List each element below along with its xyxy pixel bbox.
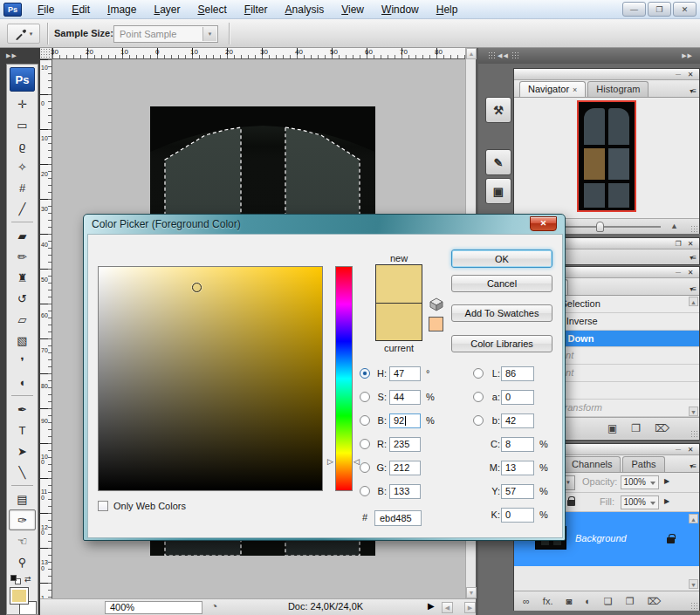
navigator-proxy-view[interactable] bbox=[577, 100, 636, 212]
lasso-tool[interactable]: ϱ bbox=[7, 135, 38, 156]
panel-close-button[interactable]: ✕ bbox=[685, 268, 696, 277]
tool-presets-panel-icon[interactable]: ⚒ bbox=[485, 97, 511, 123]
menu-image[interactable]: Image bbox=[99, 2, 145, 17]
new-action-icon[interactable]: ❐ bbox=[631, 422, 641, 434]
panel-close-button[interactable]: ✕ bbox=[685, 239, 696, 249]
web-safe-color-swatch[interactable] bbox=[429, 317, 443, 331]
scroll-left-button[interactable]: ◀ bbox=[442, 602, 453, 613]
resize-grip[interactable] bbox=[690, 225, 698, 233]
tab-histogram[interactable]: Histogram bbox=[587, 81, 649, 97]
tool-preset-picker[interactable]: ▾ bbox=[7, 24, 40, 44]
rectangular-marquee-tool[interactable]: ▭ bbox=[7, 114, 38, 135]
zoom-level-field[interactable]: 400% bbox=[105, 601, 202, 614]
blur-tool[interactable]: ❜ bbox=[7, 351, 38, 372]
value-field[interactable]: 42 bbox=[501, 413, 534, 428]
dialog-close-button[interactable]: ✕ bbox=[530, 216, 557, 231]
web-safe-cube-icon[interactable] bbox=[429, 297, 444, 311]
scroll-up-button[interactable]: ▲ bbox=[689, 514, 698, 523]
new-layer-icon[interactable]: ❐ bbox=[626, 596, 635, 607]
scroll-right-button[interactable]: ▶ bbox=[464, 602, 476, 613]
value-field[interactable]: 57 bbox=[501, 484, 534, 499]
radio-button[interactable] bbox=[473, 368, 484, 379]
toolbox-collapse-button[interactable]: ▶▶ bbox=[0, 48, 40, 64]
tab-paths[interactable]: Paths bbox=[622, 456, 664, 472]
collapse-dock-button[interactable]: ◀◀ bbox=[498, 52, 509, 58]
dialog-titlebar[interactable]: Color Picker (Foreground Color) ✕ bbox=[84, 215, 565, 234]
sample-size-select[interactable]: Point Sample ▼ bbox=[113, 25, 218, 43]
saturation-brightness-field[interactable] bbox=[98, 266, 323, 491]
value-field[interactable]: 133 bbox=[389, 484, 421, 499]
value-field[interactable]: 212 bbox=[389, 461, 421, 475]
expand-dock-button[interactable]: ▶▶ bbox=[682, 48, 693, 64]
fill-flyout-arrow[interactable]: ▶ bbox=[664, 497, 669, 505]
clone-source-panel-icon[interactable]: ▣ bbox=[485, 178, 511, 204]
menu-layer[interactable]: Layer bbox=[145, 2, 189, 17]
crop-tool[interactable]: # bbox=[7, 177, 38, 198]
hex-value-field[interactable]: ebd485 bbox=[374, 510, 422, 526]
eyedropper-tool[interactable]: ✑ bbox=[9, 509, 36, 530]
zoom-tool[interactable]: ⚲ bbox=[7, 551, 38, 572]
swap-colors-icon[interactable]: ⇄ bbox=[24, 575, 31, 584]
quick-selection-tool[interactable]: ✧ bbox=[7, 156, 38, 177]
radio-button[interactable] bbox=[360, 462, 370, 473]
move-tool[interactable]: ✛ bbox=[7, 93, 38, 114]
ok-button[interactable]: OK bbox=[451, 249, 552, 268]
panel-minimize-button[interactable]: — bbox=[673, 445, 683, 454]
layer-style-icon[interactable]: fx. bbox=[543, 596, 553, 607]
panel-menu-button[interactable]: ▾≡ bbox=[690, 285, 696, 293]
layer-group-icon[interactable]: ❏ bbox=[604, 596, 613, 607]
menu-window[interactable]: Window bbox=[373, 2, 428, 17]
zoom-in-icon[interactable]: ▲ bbox=[670, 222, 678, 230]
menu-filter[interactable]: Filter bbox=[236, 2, 277, 17]
delete-action-icon[interactable]: ⌦ bbox=[655, 422, 669, 434]
menu-edit[interactable]: Edit bbox=[63, 2, 99, 17]
horizontal-ruler[interactable]: 302010010203040506070809 bbox=[52, 48, 465, 59]
link-layers-icon[interactable]: ∞ bbox=[523, 596, 530, 607]
hue-slider-handle-right[interactable]: ◁ bbox=[353, 457, 360, 466]
vertical-ruler[interactable]: 1001020304050607080901001101201301 bbox=[40, 59, 52, 598]
scroll-down-button[interactable]: ▼ bbox=[689, 579, 698, 589]
resize-grip[interactable] bbox=[690, 430, 698, 438]
layer-mask-icon[interactable]: ◙ bbox=[566, 596, 572, 607]
value-field[interactable]: 92 bbox=[389, 413, 421, 428]
panel-minimize-button[interactable]: — bbox=[673, 268, 683, 277]
horizontal-type-tool[interactable]: T bbox=[7, 420, 38, 441]
hue-slider-handle-left[interactable]: ▷ bbox=[327, 457, 333, 466]
gradient-tool[interactable]: ▧ bbox=[7, 330, 38, 351]
panel-close-button[interactable]: ✕ bbox=[685, 445, 696, 454]
horizontal-scrollbar[interactable]: ◀ ▶ bbox=[442, 599, 476, 615]
scroll-up-button[interactable]: ▲ bbox=[466, 48, 477, 59]
menu-view[interactable]: View bbox=[333, 2, 373, 17]
close-button[interactable]: ✕ bbox=[673, 2, 697, 17]
minimize-button[interactable]: — bbox=[622, 2, 646, 17]
value-field[interactable]: 0 bbox=[501, 390, 534, 405]
radio-button[interactable] bbox=[360, 392, 370, 402]
slice-tool[interactable]: ╱ bbox=[7, 198, 38, 219]
add-to-swatches-button[interactable]: Add To Swatches bbox=[451, 304, 552, 322]
value-field[interactable]: 44 bbox=[389, 390, 421, 405]
hue-slider[interactable] bbox=[335, 266, 353, 491]
pen-tool[interactable]: ✒ bbox=[7, 399, 38, 420]
hand-tool[interactable]: ☜ bbox=[7, 530, 38, 551]
panel-menu-button[interactable]: ▾≡ bbox=[690, 254, 696, 262]
panel-menu-button[interactable]: ▾≡ bbox=[690, 462, 696, 470]
brush-tool[interactable]: ✏ bbox=[7, 246, 38, 267]
slider-thumb[interactable] bbox=[596, 222, 604, 232]
value-field[interactable]: 8 bbox=[501, 437, 534, 452]
value-field[interactable]: 235 bbox=[389, 437, 421, 452]
status-flyout-arrow[interactable]: ▶ bbox=[428, 601, 435, 611]
tab-close-icon[interactable]: × bbox=[573, 85, 577, 94]
foreground-color-swatch[interactable] bbox=[10, 587, 29, 605]
eraser-tool[interactable]: ▱ bbox=[7, 309, 38, 330]
history-brush-tool[interactable]: ↺ bbox=[7, 288, 38, 309]
radio-button[interactable] bbox=[473, 392, 484, 402]
scroll-down-button[interactable]: ▼ bbox=[689, 407, 698, 416]
default-colors-icon[interactable] bbox=[10, 575, 21, 584]
spot-healing-brush-tool[interactable]: ▰ bbox=[7, 225, 38, 246]
restore-button[interactable]: ❐ bbox=[648, 2, 671, 17]
panel-close-button[interactable]: ✕ bbox=[685, 70, 696, 79]
panel-minimize-button[interactable]: — bbox=[673, 70, 683, 79]
menu-help[interactable]: Help bbox=[428, 2, 467, 17]
adjustment-layer-icon[interactable]: ◐ bbox=[585, 596, 591, 607]
opacity-value[interactable]: 100% bbox=[621, 475, 659, 489]
